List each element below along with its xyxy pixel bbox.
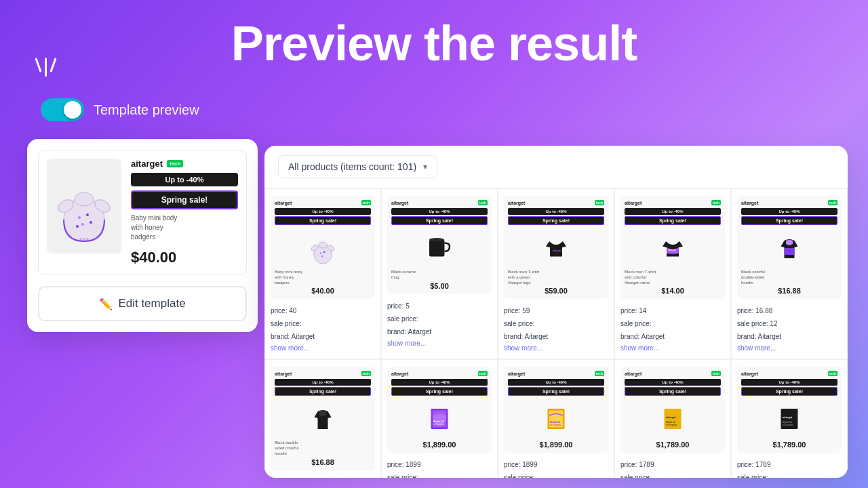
- product-sale-8: sale price:: [504, 472, 608, 478]
- svg-text:aitarget: aitarget: [783, 415, 793, 419]
- svg-point-9: [79, 238, 82, 241]
- template-preview-inner: aitarget tech Up to -40% Spring sale! Ba…: [38, 150, 247, 275]
- sparkle-decoration: [37, 58, 54, 80]
- product-sale-7: sale price:: [387, 472, 492, 478]
- toggle-knob: [64, 101, 81, 119]
- show-more-3[interactable]: show more...: [504, 344, 608, 352]
- mini-brand-row-5: aitarget tech: [741, 200, 837, 205]
- product-info-2: price: 5: [387, 301, 492, 311]
- product-card-preview-6: aitarget tech Up to -40% Spring sale! Bl…: [271, 367, 375, 470]
- product-info-3: price: 59: [504, 306, 608, 316]
- product-cell-2: aitarget tech Up to -40% Spring sale! Bl…: [381, 188, 498, 359]
- product-card-preview-3: aitarget tech Up to -40% Spring sale! ai…: [504, 196, 608, 299]
- products-grid: aitarget tech Up to -40% Spring sale!: [264, 188, 848, 478]
- product-sale-2: sale price:: [387, 314, 492, 324]
- product-price-large: $40.00: [131, 249, 238, 266]
- brand-bar: aitarget tech: [131, 159, 238, 169]
- product-info-8: price: 1899: [504, 460, 608, 470]
- product-cell-8: aitarget tech Up to -40% Spring sale! Bu…: [498, 359, 614, 478]
- chevron-down-icon: ▾: [423, 162, 427, 171]
- svg-point-1: [75, 192, 94, 206]
- product-sale-3: sale price:: [504, 319, 608, 329]
- brand-name: aitarget: [131, 159, 163, 169]
- show-more-2[interactable]: show more...: [387, 340, 492, 347]
- svg-point-8: [76, 225, 79, 228]
- brand-badge: tech: [167, 160, 183, 167]
- edit-template-button[interactable]: ✏️ Edit template: [38, 286, 247, 321]
- product-img-7: Bucket full of Creatives: [391, 399, 488, 439]
- product-info-5: price: 16.88: [737, 306, 842, 316]
- product-info-9: price: 1789: [620, 460, 725, 470]
- mini-brand-row-10: aitarget tech: [741, 371, 837, 376]
- product-img-6: [275, 399, 371, 439]
- mini-brand-row: aitarget tech: [275, 200, 371, 205]
- sparkle-lines: [37, 58, 54, 77]
- toggle-label: Template preview: [94, 102, 199, 118]
- template-product-image: [47, 159, 121, 253]
- svg-point-18: [321, 256, 323, 258]
- product-img-5: [741, 228, 837, 268]
- product-cell-5: aitarget tech Up to -40% Spring sale! Bl…: [731, 188, 848, 359]
- sale-badge: Spring sale!: [131, 190, 238, 209]
- toggle-switch[interactable]: [41, 98, 84, 121]
- svg-point-7: [90, 221, 92, 224]
- product-img-1: [275, 228, 371, 268]
- product-info-1: price: 40: [271, 306, 375, 316]
- svg-text:of Creatives: of Creatives: [550, 424, 561, 426]
- page-title-area: Preview the result: [0, 10, 868, 70]
- product-cell-4: aitarget tech Up to -40% Spring sale! Ai…: [614, 188, 731, 359]
- svg-text:of Creatives: of Creatives: [666, 424, 677, 426]
- product-info-6: price: 16.88: [271, 477, 375, 478]
- product-info-7: price: 1899: [387, 460, 492, 470]
- show-more-4[interactable]: show more...: [620, 344, 725, 352]
- product-sale-9: sale price:: [620, 472, 725, 478]
- mini-brand-row-3: aitarget tech: [508, 200, 604, 205]
- product-cell-7: aitarget tech Up to -40% Spring sale! Bu…: [381, 359, 498, 478]
- svg-text:aitarget: aitarget: [666, 415, 676, 419]
- svg-point-10: [83, 238, 85, 241]
- toggle-area: Template preview: [41, 98, 199, 121]
- product-brand-2: brand: Aitarget: [387, 327, 492, 337]
- product-card-preview-4: aitarget tech Up to -40% Spring sale! Ai…: [620, 196, 725, 299]
- products-header: All products (items count: 101) ▾: [264, 146, 848, 188]
- template-card: aitarget tech Up to -40% Spring sale! Ba…: [27, 139, 258, 332]
- discount-badge: Up to -40%: [131, 173, 238, 186]
- template-product-info: aitarget tech Up to -40% Spring sale! Ba…: [131, 159, 238, 266]
- product-img-4: Aitarget: [625, 228, 721, 268]
- products-dropdown[interactable]: All products (items count: 101) ▾: [278, 155, 437, 178]
- dropdown-label: All products (items count: 101): [288, 161, 416, 172]
- product-card-preview-7: aitarget tech Up to -40% Spring sale! Bu…: [387, 367, 492, 453]
- svg-text:Bucket full: Bucket full: [550, 421, 561, 424]
- product-card-preview-8: aitarget tech Up to -40% Spring sale! Bu…: [504, 367, 608, 453]
- product-img-3: aitarget: [508, 228, 604, 268]
- product-img-8: Bucket full of Creatives: [508, 399, 604, 439]
- svg-point-16: [320, 252, 322, 254]
- product-brand-4: brand: Aitarget: [620, 331, 725, 342]
- product-info-10: price: 1789: [737, 460, 842, 470]
- svg-point-6: [81, 223, 84, 226]
- product-sale-1: sale price:: [271, 319, 375, 329]
- mini-brand-row-2: aitarget tech: [391, 200, 488, 205]
- product-cell-1: aitarget tech Up to -40% Spring sale!: [264, 188, 381, 359]
- svg-text:Bucket full: Bucket full: [666, 421, 675, 424]
- product-brand-3: brand: Aitarget: [504, 331, 608, 342]
- product-cell-10: aitarget tech Up to -40% Spring sale! ai…: [731, 359, 848, 478]
- svg-point-20: [429, 238, 444, 241]
- svg-text:of Creatives: of Creatives: [433, 423, 445, 426]
- mini-brand-row-8: aitarget tech: [508, 371, 604, 376]
- product-card-preview-2: aitarget tech Up to -40% Spring sale! Bl…: [387, 196, 492, 294]
- product-img-9: aitarget Bucket full of Creatives: [625, 399, 721, 439]
- product-img-10: aitarget Bucket full of Creatives: [741, 399, 837, 439]
- product-cell-9: aitarget tech Up to -40% Spring sale! ai…: [614, 359, 731, 478]
- show-more-1[interactable]: show more...: [271, 344, 375, 352]
- show-more-5[interactable]: show more...: [737, 344, 842, 352]
- mini-brand-row-4: aitarget tech: [625, 200, 721, 205]
- svg-text:of Creatives: of Creatives: [783, 424, 794, 426]
- product-card-preview-5: aitarget tech Up to -40% Spring sale! Bl…: [737, 196, 842, 299]
- product-img-2: [391, 228, 488, 268]
- product-cell-6: aitarget tech Up to -40% Spring sale! Bl…: [264, 359, 381, 478]
- main-title: Preview the result: [0, 17, 868, 70]
- svg-rect-23: [785, 248, 795, 255]
- mini-brand-row-9: aitarget tech: [625, 371, 721, 376]
- products-panel: All products (items count: 101) ▾ aitarg…: [264, 146, 848, 478]
